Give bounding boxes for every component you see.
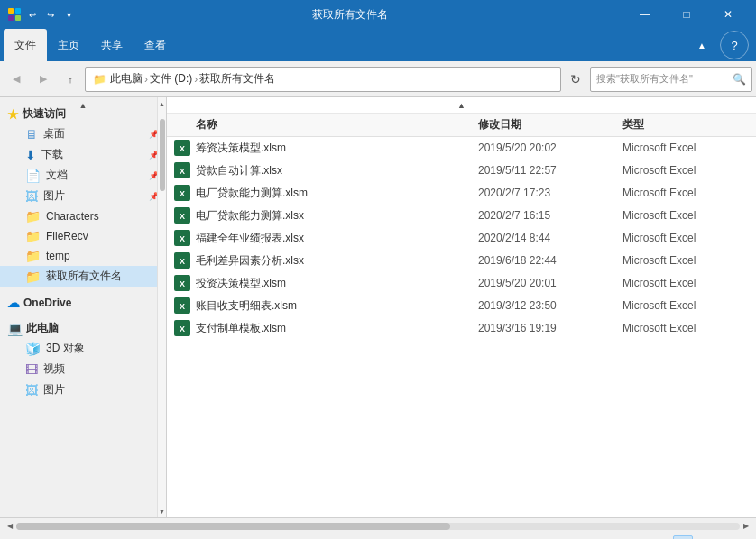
svg-rect-0 <box>8 8 14 14</box>
path-part-drive[interactable]: 文件 (D:) <box>150 71 192 87</box>
excel-icon: X <box>174 320 190 336</box>
svg-text:X: X <box>180 234 185 243</box>
window-title: 获取所有文件名 <box>76 7 624 23</box>
file-date-cell: 2019/5/20 20:01 <box>478 277 622 289</box>
file-row[interactable]: X贷款自动计算.xlsx2019/5/11 22:57Microsoft Exc… <box>167 160 756 182</box>
file-name-cell: X账目收支明细表.xlsm <box>174 297 478 314</box>
file-name-text: 支付制单模板.xlsm <box>196 321 286 336</box>
folder-icon-filerecv: 📁 <box>25 229 41 243</box>
file-date-cell: 2020/2/14 8:44 <box>478 232 622 244</box>
window-controls: — □ ✕ <box>624 0 749 29</box>
file-name-text: 电厂贷款能力测算.xlsm <box>196 186 308 201</box>
sidebar-section-onedrive[interactable]: ☁ OneDrive <box>0 290 166 312</box>
view-grid-button[interactable] <box>696 535 716 540</box>
up-button[interactable]: ↑ <box>58 67 83 92</box>
file-name-cell: X毛利差异因素分析.xlsx <box>174 252 478 269</box>
file-date-cell: 2019/3/12 23:50 <box>478 299 622 312</box>
sidebar-section-this-pc[interactable]: 💻 此电脑 <box>0 315 166 338</box>
search-icon[interactable]: 🔍 <box>733 73 746 86</box>
file-row[interactable]: X投资决策模型.xlsm2019/5/20 20:01Microsoft Exc… <box>167 272 756 295</box>
svg-rect-2 <box>8 15 14 21</box>
view-list-button[interactable] <box>673 535 693 540</box>
help-btn[interactable]: ? <box>720 31 749 59</box>
sidebar-scrollbar[interactable]: ▲ ▼ <box>157 97 166 517</box>
file-name-text: 贷款自动计算.xlsx <box>196 163 282 178</box>
file-scroll-up-indicator[interactable]: ▲ <box>167 97 756 114</box>
file-type-cell: Microsoft Excel <box>622 322 749 334</box>
folder-icon-temp: 📁 <box>25 249 41 263</box>
ribbon-tab-file[interactable]: 文件 <box>4 29 47 61</box>
redo-icon[interactable]: ↪ <box>43 7 58 22</box>
file-name-text: 福建全年业绩报表.xlsx <box>196 231 304 246</box>
sidebar-item-documents[interactable]: 📄 文档 📌 <box>0 165 166 186</box>
ribbon-tab-home[interactable]: 主页 <box>47 29 90 61</box>
hscroll-left-btn[interactable]: ◀ <box>4 522 16 530</box>
file-name-text: 毛利差异因素分析.xlsx <box>196 253 304 269</box>
excel-icon: X <box>174 275 190 291</box>
computer-icon: 💻 <box>7 322 23 336</box>
sidebar-item-3d[interactable]: 🧊 3D 对象 <box>0 338 166 359</box>
sidebar-item-videos[interactable]: 🎞 视频 <box>0 359 166 379</box>
3d-icon: 🧊 <box>25 342 41 356</box>
sidebar-item-temp[interactable]: 📁 temp <box>0 246 166 266</box>
file-type-cell: Microsoft Excel <box>622 209 749 222</box>
file-type-cell: Microsoft Excel <box>622 164 749 177</box>
col-header-date[interactable]: 修改日期 <box>478 117 622 132</box>
sidebar-item-get-all-filenames[interactable]: 📁 获取所有文件名 <box>0 266 166 287</box>
app-icon <box>7 7 22 22</box>
svg-text:X: X <box>180 324 185 333</box>
file-type-cell: Microsoft Excel <box>622 142 749 154</box>
file-row[interactable]: X电厂贷款能力测算.xlsm2020/2/7 17:23Microsoft Ex… <box>167 182 756 205</box>
excel-icon: X <box>174 297 190 314</box>
file-name-text: 电厂贷款能力测算.xlsx <box>196 208 304 224</box>
excel-icon: X <box>174 207 190 224</box>
svg-text:X: X <box>180 167 185 176</box>
col-header-type[interactable]: 类型 <box>622 117 749 132</box>
hscroll-right-btn[interactable]: ▶ <box>740 522 752 530</box>
forward-button[interactable]: ▶ <box>31 67 56 92</box>
ribbon-collapse-btn[interactable]: ▲ <box>687 31 716 59</box>
path-part-computer[interactable]: 此电脑 <box>110 71 143 87</box>
path-part-folder[interactable]: 获取所有文件名 <box>199 71 275 87</box>
sidebar-scroll-thumb <box>160 119 165 191</box>
folder-icon-characters: 📁 <box>25 209 41 224</box>
sidebar-scroll-up-arrow[interactable]: ▲ <box>159 97 165 110</box>
desktop-icon: 🖥 <box>25 127 38 142</box>
col-header-name[interactable]: 名称 <box>174 117 478 132</box>
file-row[interactable]: X账目收支明细表.xlsm2019/3/12 23:50Microsoft Ex… <box>167 295 756 317</box>
file-type-cell: Microsoft Excel <box>622 187 749 199</box>
ribbon-tab-view[interactable]: 查看 <box>134 29 177 61</box>
horizontal-scrollbar[interactable]: ◀ ▶ <box>0 517 756 534</box>
sidebar-item-characters[interactable]: 📁 Characters <box>0 206 166 226</box>
file-row[interactable]: X电厂贷款能力测算.xlsx2020/2/7 16:15Microsoft Ex… <box>167 205 756 227</box>
file-row[interactable]: X毛利差异因素分析.xlsx2019/6/18 22:44Microsoft E… <box>167 250 756 272</box>
folder-icon-active: 📁 <box>25 270 41 284</box>
address-path[interactable]: 📁 此电脑 › 文件 (D:) › 获取所有文件名 <box>85 67 561 92</box>
undo-icon[interactable]: ↩ <box>25 7 40 22</box>
view-large-button[interactable] <box>729 535 749 540</box>
sidebar-item-filerecv[interactable]: 📁 FileRecv <box>0 226 166 246</box>
sidebar-scroll-up[interactable]: ▲ <box>0 97 166 114</box>
back-button[interactable]: ◀ <box>4 67 29 92</box>
refresh-button[interactable]: ↻ <box>563 67 588 92</box>
ribbon-tab-share[interactable]: 共享 <box>90 29 134 61</box>
sidebar-item-downloads[interactable]: ⬇ 下载 📌 <box>0 144 166 165</box>
svg-text:X: X <box>180 257 185 266</box>
svg-text:X: X <box>180 189 185 198</box>
file-row[interactable]: X福建全年业绩报表.xlsx2020/2/14 8:44Microsoft Ex… <box>167 227 756 250</box>
sidebar-scroll-down-arrow[interactable]: ▼ <box>159 505 165 517</box>
svg-text:X: X <box>180 144 185 153</box>
file-name-cell: X电厂贷款能力测算.xlsx <box>174 207 478 224</box>
sidebar-item-pictures[interactable]: 🖼 图片 📌 <box>0 186 166 206</box>
file-row[interactable]: X筹资决策模型.xlsm2019/5/20 20:02Microsoft Exc… <box>167 137 756 160</box>
file-row[interactable]: X支付制单模板.xlsm2019/3/16 19:19Microsoft Exc… <box>167 317 756 340</box>
main-area: ▲ ★ 快速访问 🖥 桌面 📌 ⬇ 下载 📌 📄 文档 📌 🖼 图片 📌 📁 <box>0 97 756 517</box>
minimize-button[interactable]: — <box>624 0 666 29</box>
down-icon[interactable]: ▾ <box>61 7 76 22</box>
excel-icon: X <box>174 162 190 178</box>
sidebar-item-desktop[interactable]: 🖥 桌面 📌 <box>0 123 166 144</box>
maximize-button[interactable]: □ <box>666 0 707 29</box>
sidebar-item-pictures2[interactable]: 🖼 图片 <box>0 379 166 400</box>
svg-text:X: X <box>180 212 185 221</box>
close-button[interactable]: ✕ <box>707 0 749 29</box>
